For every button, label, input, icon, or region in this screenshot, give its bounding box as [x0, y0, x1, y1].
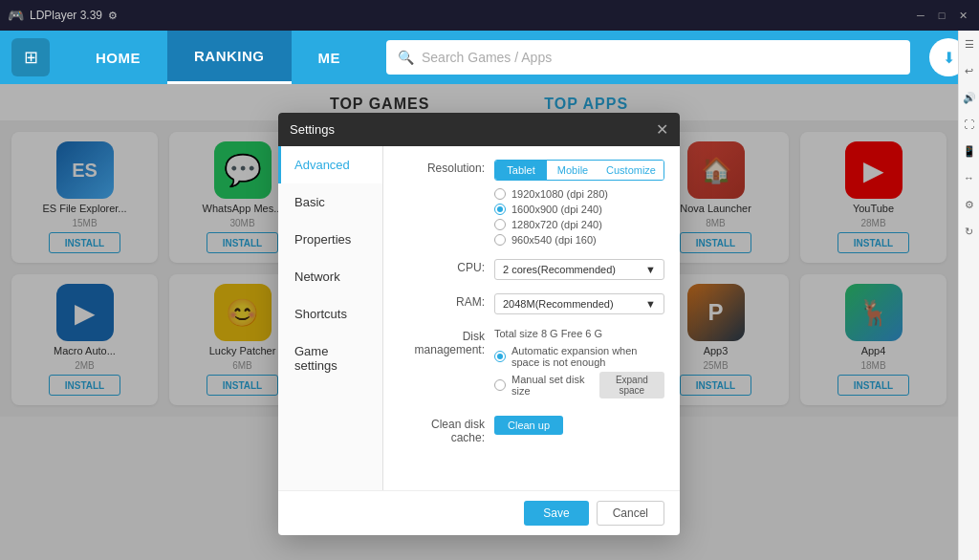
clean-disk-controls: Clean up — [494, 416, 664, 435]
res-label-2: 1600x900 (dpi 240) — [511, 204, 602, 215]
disk-option-manual[interactable]: Manual set disk size Expand space — [494, 372, 664, 398]
close-button[interactable]: ✕ — [954, 7, 971, 24]
disk-total-info: Total size 8 G Free 6 G — [494, 328, 664, 339]
sidebar-icon-2[interactable]: ↩ — [959, 57, 980, 84]
sidebar-icon-8[interactable]: ↻ — [959, 218, 980, 245]
ram-value: 2048M(Recommended) — [503, 298, 614, 310]
ram-dropdown-arrow: ▼ — [645, 298, 656, 310]
sidebar-icon-1[interactable]: ☰ — [959, 31, 980, 57]
download-icon: ⬇ — [943, 49, 955, 67]
tab-home[interactable]: HOME — [69, 31, 167, 84]
res-label-4: 960x540 (dpi 160) — [511, 234, 597, 246]
clean-disk-label: Clean disk cache: — [399, 416, 485, 444]
modal-title: Settings — [290, 122, 335, 137]
content-area: TOP GAMES TOP APPS ES ES File Explorer..… — [0, 84, 958, 560]
search-bar[interactable]: 🔍 Search Games / Apps — [386, 40, 910, 75]
app-logo-icon: 🎮 — [8, 8, 24, 23]
disk-radio-manual — [494, 379, 506, 391]
ram-label: RAM: — [399, 293, 485, 309]
minimize-button[interactable]: ─ — [912, 7, 929, 24]
modal-nav-shortcuts[interactable]: Shortcuts — [278, 295, 382, 333]
sidebar-icon-7[interactable]: ⚙ — [959, 191, 980, 218]
modal-nav-advanced[interactable]: Advanced — [278, 146, 382, 183]
radio-2 — [494, 204, 506, 215]
radio-4 — [494, 234, 506, 246]
title-bar-left: 🎮 LDPlayer 3.39 ⚙ — [8, 8, 118, 23]
resolution-tabs: Tablet Mobile Customize — [494, 160, 664, 181]
res-label-3: 1280x720 (dpi 240) — [511, 219, 602, 230]
cpu-setting-row: CPU: 2 cores(Recommended) ▼ — [399, 259, 664, 280]
right-sidebar: ☰ ↩ 🔊 ⛶ 📱 ↔ ⚙ ↻ — [958, 31, 979, 560]
ram-controls: 2048M(Recommended) ▼ — [494, 293, 664, 314]
sidebar-icon-6[interactable]: ↔ — [959, 164, 980, 191]
modal-sidebar: Advanced Basic Properties Network Shortc… — [278, 146, 383, 490]
modal-footer: Save Cancel — [278, 490, 680, 535]
settings-modal: Settings ✕ Advanced Basic Properties Net… — [278, 113, 680, 535]
radio-3 — [494, 219, 506, 230]
res-label-1: 1920x1080 (dpi 280) — [511, 188, 608, 200]
clean-up-button[interactable]: Clean up — [494, 416, 563, 435]
nav-logo: ⊞ — [11, 38, 50, 76]
modal-nav-basic[interactable]: Basic — [278, 183, 382, 221]
disk-label: Disk management: — [399, 328, 485, 356]
tab-me[interactable]: ME — [292, 31, 368, 84]
modal-header: Settings ✕ — [278, 113, 680, 146]
modal-main-content: Resolution: Tablet Mobile Customize 1920 — [383, 146, 680, 490]
resolution-label: Resolution: — [399, 160, 485, 175]
modal-close-button[interactable]: ✕ — [656, 120, 668, 139]
resolution-setting-row: Resolution: Tablet Mobile Customize 1920 — [399, 160, 664, 246]
disk-auto-label: Automatic expansion when space is not en… — [511, 345, 664, 368]
search-placeholder: Search Games / Apps — [422, 50, 552, 65]
res-option-4[interactable]: 960x540 (dpi 160) — [494, 234, 664, 246]
cpu-dropdown-arrow: ▼ — [645, 264, 656, 275]
res-tab-customize[interactable]: Customize — [598, 161, 664, 180]
res-option-2[interactable]: 1600x900 (dpi 240) — [494, 204, 664, 215]
maximize-button[interactable]: □ — [933, 7, 950, 24]
modal-body: Advanced Basic Properties Network Shortc… — [278, 146, 680, 490]
title-bar-controls: ─ □ ✕ — [912, 7, 971, 24]
res-tab-tablet[interactable]: Tablet — [495, 161, 547, 180]
disk-controls: Total size 8 G Free 6 G Automatic expans… — [494, 328, 664, 402]
sidebar-icon-4[interactable]: ⛶ — [959, 111, 980, 138]
modal-overlay: Settings ✕ Advanced Basic Properties Net… — [0, 84, 958, 560]
ram-dropdown[interactable]: 2048M(Recommended) ▼ — [494, 293, 664, 314]
disk-option-auto[interactable]: Automatic expansion when space is not en… — [494, 345, 664, 368]
modal-nav-properties[interactable]: Properties — [278, 221, 382, 258]
cancel-button[interactable]: Cancel — [597, 501, 664, 526]
search-icon: 🔍 — [398, 50, 414, 65]
title-bar: 🎮 LDPlayer 3.39 ⚙ ─ □ ✕ — [0, 0, 979, 31]
sidebar-icon-3[interactable]: 🔊 — [959, 84, 980, 111]
sidebar-icon-5[interactable]: 📱 — [959, 138, 980, 164]
res-option-1[interactable]: 1920x1080 (dpi 280) — [494, 188, 664, 200]
cpu-controls: 2 cores(Recommended) ▼ — [494, 259, 664, 280]
cpu-label: CPU: — [399, 259, 485, 274]
resolution-controls: Tablet Mobile Customize 1920x1080 (dpi 2… — [494, 160, 664, 246]
cpu-dropdown[interactable]: 2 cores(Recommended) ▼ — [494, 259, 664, 280]
settings-icon[interactable]: ⚙ — [108, 10, 118, 22]
modal-nav-gamesettings[interactable]: Game settings — [278, 333, 382, 384]
nav-bar: ⊞ HOME RANKING ME 🔍 Search Games / Apps … — [0, 31, 979, 84]
ram-setting-row: RAM: 2048M(Recommended) ▼ — [399, 293, 664, 314]
save-button[interactable]: Save — [524, 501, 588, 526]
tab-ranking[interactable]: RANKING — [167, 31, 292, 84]
res-tab-mobile[interactable]: Mobile — [547, 161, 598, 180]
app-title: LDPlayer 3.39 — [30, 9, 102, 22]
logo-icon: ⊞ — [24, 47, 38, 68]
modal-nav-network[interactable]: Network — [278, 258, 382, 295]
res-option-3[interactable]: 1280x720 (dpi 240) — [494, 219, 664, 230]
resolution-radio-group: 1920x1080 (dpi 280) 1600x900 (dpi 240) 1… — [494, 188, 664, 246]
clean-disk-row: Clean disk cache: Clean up — [399, 416, 664, 444]
disk-radio-auto — [494, 351, 506, 362]
disk-manual-label: Manual set disk size — [511, 374, 590, 397]
disk-setting-row: Disk management: Total size 8 G Free 6 G… — [399, 328, 664, 402]
radio-1 — [494, 188, 506, 200]
cpu-value: 2 cores(Recommended) — [503, 264, 616, 275]
expand-space-button[interactable]: Expand space — [599, 372, 664, 398]
